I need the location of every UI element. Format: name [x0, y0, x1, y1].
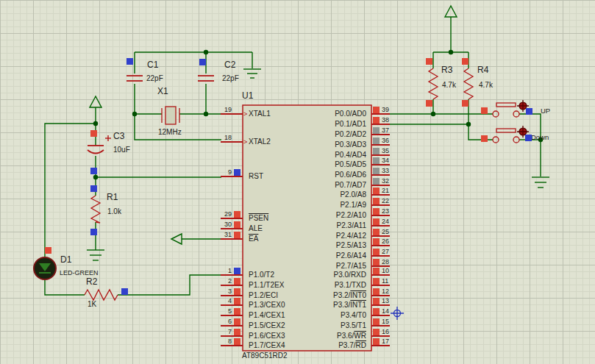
pin-name: P0.0/AD0: [278, 110, 366, 118]
c1-reference-label: C1: [147, 60, 158, 70]
c2-reference-label: C2: [224, 60, 235, 70]
capacitor-c3[interactable]: [88, 135, 111, 154]
pin-name: P2.1/A9: [278, 201, 366, 210]
chip-pin-stub: [371, 225, 390, 226]
d1-reference-label: D1: [60, 255, 71, 265]
pin-number: 10: [382, 267, 389, 274]
resistor-r3[interactable]: [429, 68, 438, 99]
state-indicator: [199, 59, 206, 65]
pin-number: 16: [382, 328, 389, 335]
capacitor-c1[interactable]: [127, 76, 143, 81]
pin-state-indicator: [373, 138, 380, 144]
state-indicator: [90, 130, 97, 137]
chip-pin-stub: [371, 113, 390, 115]
pin-number: 12: [382, 288, 389, 295]
pin-number: 19: [199, 106, 232, 113]
ground-symbol-right[interactable]: [532, 177, 549, 188]
chip-pin-stub: [371, 235, 390, 237]
pin-state-indicator: [373, 238, 380, 245]
chip-pin-stub: [221, 228, 243, 229]
pin-number: 3: [199, 288, 232, 295]
pin-state-indicator: [373, 127, 380, 134]
led-d1[interactable]: [34, 257, 56, 279]
chip-pin-stub: [371, 295, 390, 296]
pin-name: ALE: [249, 224, 263, 233]
pin-number: 33: [382, 167, 389, 174]
ground-symbol-top[interactable]: [243, 69, 261, 78]
pin-state-indicator: [373, 148, 380, 154]
pin-number: 25: [382, 228, 389, 235]
pin-number: 6: [199, 318, 232, 325]
state-indicator: [121, 288, 128, 295]
state-indicator: [90, 229, 97, 235]
pin-state-indicator: [234, 278, 241, 285]
pin-name: P3.7/RD: [278, 341, 366, 350]
pin-number: 4: [199, 297, 232, 304]
pin-name: P1.0/T2: [249, 271, 274, 279]
schematic-canvas[interactable]: C1 22pF C2 22pF X1 12MHz U1 AT89C51RD2 C…: [0, 0, 595, 364]
pin-state-indicator: [234, 338, 241, 345]
pin-number: 17: [382, 338, 389, 345]
pin-number: 22: [382, 197, 389, 204]
pin-name: P3.0/RXD: [278, 271, 366, 279]
ea-input-arrow[interactable]: [171, 234, 182, 244]
pin-state-indicator: [373, 278, 380, 285]
power-arrow-left[interactable]: [90, 96, 101, 107]
pin-state-indicator: [373, 298, 380, 304]
button-down-label: Down: [531, 134, 549, 141]
pin-state-indicator: [373, 288, 380, 295]
pin-state-indicator: [373, 107, 380, 113]
pin-name: P3.2/INT0: [278, 291, 366, 300]
pin-number: 1: [199, 267, 232, 274]
pin-number: 26: [382, 238, 389, 245]
r2-reference-label: R2: [86, 277, 97, 287]
u1-part-label: AT89C51RD2: [242, 351, 288, 360]
state-indicator: [481, 135, 488, 142]
chip-pin-stub: [221, 304, 243, 306]
pin-number: 2: [199, 277, 232, 285]
pin-name: P3.4/T0: [278, 311, 366, 320]
ground-symbol-left[interactable]: [87, 250, 104, 260]
pin-state-indicator: [373, 338, 380, 345]
chip-pin-stub: [371, 185, 390, 186]
pin-state-indicator: [373, 268, 380, 274]
pin-number: 9: [199, 168, 232, 176]
pin-state-indicator: [234, 221, 241, 228]
resistor-r2[interactable]: [85, 290, 118, 300]
pin-name: P0.6/AD6: [278, 171, 366, 179]
pin-name: XTAL1: [249, 110, 271, 118]
pin-name: P2.3/A11: [278, 221, 366, 230]
r4-value-label: 4.7k: [479, 81, 493, 89]
pin-number: 23: [382, 207, 389, 215]
pin-number: 29: [199, 210, 232, 218]
pin-number: 30: [199, 221, 232, 228]
crystal-x1[interactable]: [162, 107, 179, 124]
r1-reference-label: R1: [107, 193, 118, 202]
state-indicator: [525, 135, 532, 141]
power-arrow-right[interactable]: [445, 6, 457, 17]
pin-state-indicator: [373, 188, 380, 194]
chip-pin-stub: [221, 325, 243, 326]
capacitor-c2[interactable]: [198, 76, 214, 81]
c3-value-label: 10uF: [113, 146, 130, 154]
r3-value-label: 4.7k: [442, 81, 456, 89]
state-indicator: [462, 58, 468, 65]
chip-pin-stub: [221, 315, 243, 316]
pin-name: RST: [249, 172, 263, 181]
pin-state-indicator: [373, 329, 380, 335]
pin-number: 35: [382, 147, 389, 154]
pin-number: 31: [199, 231, 232, 238]
pin-state-indicator: [234, 169, 241, 176]
resistor-r4[interactable]: [464, 68, 473, 99]
pin-state-indicator: [373, 308, 380, 315]
resistor-r1[interactable]: [91, 196, 100, 223]
pin-number: 14: [382, 307, 389, 315]
pin-state-indicator: [373, 259, 380, 265]
chip-pin-stub: [371, 124, 390, 125]
pin-name: P3.3/INT1: [278, 301, 366, 310]
pin-name: P3.6/WR: [278, 332, 366, 340]
clock-chevron-icon: >: [243, 138, 247, 146]
pin-name: P0.4/AD4: [278, 151, 366, 160]
pin-number: 27: [382, 248, 389, 255]
chip-pin-stub: [371, 335, 390, 337]
